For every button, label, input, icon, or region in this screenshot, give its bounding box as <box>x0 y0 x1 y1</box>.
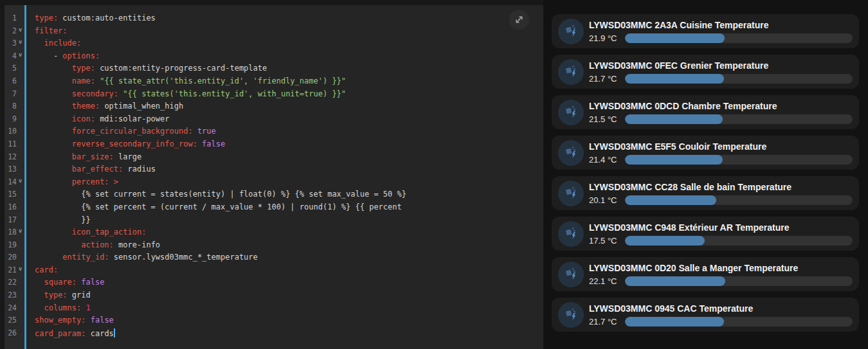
code-line[interactable]: {% set percent = (current / max_value * … <box>35 202 543 215</box>
code-token: name: <box>72 76 95 85</box>
card-icon-button[interactable] <box>558 59 584 85</box>
code-line[interactable]: secondary: "{{ states('this.entity_id', … <box>35 89 543 102</box>
editor-code-area[interactable]: type: custom:auto-entitiesfilter: includ… <box>26 5 543 349</box>
gutter-row: 11 <box>5 139 24 152</box>
progress-bar-fill <box>625 74 724 84</box>
code-line[interactable]: square: false <box>35 278 543 291</box>
card-icon-button[interactable] <box>558 262 584 287</box>
card-icon-button[interactable] <box>558 140 584 166</box>
solar-power-icon <box>564 308 578 322</box>
card-icon-button[interactable] <box>558 100 584 125</box>
code-token: bar_effect: <box>72 165 123 174</box>
entity-progress-card[interactable]: LYWSD03MMC E5F5 Couloir Temperature21.4 … <box>552 136 859 170</box>
entity-progress-card[interactable]: LYWSD03MMC 0945 CAC Temperature21.7 °C <box>552 298 859 332</box>
card-title: LYWSD03MMC 0D20 Salle a Manger Temperatu… <box>589 263 853 274</box>
code-line[interactable]: show_empty: false <box>35 316 543 328</box>
code-line[interactable]: card: <box>35 265 543 278</box>
entity-progress-card[interactable]: LYWSD03MMC CC28 Salle de bain Temperatur… <box>552 176 859 210</box>
gutter-row: 21v <box>5 265 24 278</box>
fold-arrow-icon[interactable]: v <box>17 265 24 278</box>
card-icon-button[interactable] <box>558 221 584 247</box>
solar-power-icon <box>564 65 578 79</box>
card-icon-button[interactable] <box>558 181 584 206</box>
code-token: type: <box>72 64 95 73</box>
gutter-row: 8 <box>5 102 24 114</box>
progress-bar-track <box>625 276 853 286</box>
fold-spacer <box>17 240 24 253</box>
code-line[interactable]: bar_effect: radius <box>35 165 543 177</box>
fold-spacer <box>17 316 24 328</box>
gutter-row: 19 <box>5 240 24 253</box>
code-token: custom:entity-progress-card-template <box>95 64 267 73</box>
fold-spacer <box>17 76 24 89</box>
expand-editor-button[interactable] <box>509 10 529 30</box>
fold-spacer <box>17 64 24 76</box>
code-token: entity_id: <box>62 253 109 262</box>
code-line[interactable]: icon_tap_action: <box>35 228 543 240</box>
code-token <box>35 240 81 249</box>
gutter-row: 26 <box>5 328 24 341</box>
code-line[interactable]: card_param: cards <box>35 328 543 341</box>
code-line[interactable]: type: custom:auto-entities <box>35 13 543 26</box>
entity-progress-card[interactable]: LYWSD03MMC 2A3A Cuisine Temperature21.9 … <box>552 14 859 48</box>
line-number: 18 <box>5 228 17 240</box>
code-line[interactable]: reverse_secondary_info_row: false <box>35 139 543 152</box>
code-line[interactable]: name: "{{ state_attr('this.entity_id', '… <box>35 76 543 89</box>
code-line[interactable]: - options: <box>35 51 543 64</box>
entity-progress-card[interactable]: LYWSD03MMC 0D20 Salle a Manger Temperatu… <box>552 257 859 291</box>
card-title: LYWSD03MMC 0FEC Grenier Temperature <box>589 60 853 71</box>
code-line[interactable]: force_circular_background: true <box>35 127 543 139</box>
gutter-row: 3v <box>5 39 24 51</box>
code-token: include: <box>44 39 81 48</box>
gutter-row: 6 <box>5 76 24 89</box>
gutter-row: 24 <box>5 303 24 316</box>
fold-spacer <box>17 13 24 26</box>
code-token: - <box>35 51 62 60</box>
code-line[interactable]: percent: > <box>35 177 543 190</box>
code-line[interactable]: entity_id: sensor.lywsd03mmc_*_temperatu… <box>35 253 543 265</box>
code-line[interactable]: icon: mdi:solar-power <box>35 114 543 127</box>
code-line[interactable]: type: custom:entity-progress-card-templa… <box>35 64 543 76</box>
fold-spacer <box>17 165 24 177</box>
code-token: type: <box>44 291 67 300</box>
fold-arrow-icon[interactable]: v <box>17 26 24 39</box>
code-line[interactable]: action: more-info <box>35 240 543 253</box>
entity-progress-card[interactable]: LYWSD03MMC 0DCD Chambre Temperature21.5 … <box>552 95 859 129</box>
code-token <box>35 39 44 48</box>
card-icon-button[interactable] <box>558 19 584 44</box>
fold-arrow-icon[interactable]: v <box>17 51 24 64</box>
code-line[interactable]: {% set current = states(entity) | float(… <box>35 190 543 202</box>
code-line[interactable]: type: grid <box>35 291 543 303</box>
code-editor[interactable]: 12v3v4v567891011121314v15161718v192021v2… <box>5 5 543 349</box>
line-number: 4 <box>5 51 17 64</box>
card-preview-panel: LYWSD03MMC 2A3A Cuisine Temperature21.9 … <box>543 0 868 349</box>
fold-spacer <box>17 114 24 127</box>
entity-progress-card[interactable]: LYWSD03MMC C948 Extérieur AR Temperature… <box>552 217 859 251</box>
fold-arrow-icon[interactable]: v <box>17 228 24 240</box>
line-number: 5 <box>5 64 17 76</box>
code-line[interactable]: }} <box>35 215 543 228</box>
code-token: icon: <box>72 114 95 123</box>
gutter-row: 18v <box>5 228 24 240</box>
card-title: LYWSD03MMC 0945 CAC Temperature <box>589 303 853 314</box>
fold-spacer <box>17 139 24 152</box>
fold-arrow-icon[interactable]: v <box>17 177 24 190</box>
code-line[interactable]: include: <box>35 39 543 51</box>
card-title: LYWSD03MMC 0DCD Chambre Temperature <box>589 101 853 112</box>
code-line[interactable]: filter: <box>35 26 543 39</box>
code-token: columns: <box>44 303 81 312</box>
line-number: 26 <box>5 328 17 341</box>
code-token: cards <box>86 329 113 338</box>
progress-bar-track <box>625 33 853 43</box>
code-line[interactable]: columns: 1 <box>35 303 543 316</box>
code-token <box>35 127 72 136</box>
gutter-row: 5 <box>5 64 24 76</box>
code-token: }} <box>35 215 91 224</box>
code-line[interactable]: theme: optimal_when_high <box>35 102 543 114</box>
code-line[interactable]: bar_size: large <box>35 152 543 165</box>
entity-progress-card[interactable]: LYWSD03MMC 0FEC Grenier Temperature21.7 … <box>552 55 859 89</box>
fold-arrow-icon[interactable]: v <box>17 39 24 51</box>
code-token: filter: <box>35 26 68 35</box>
code-token: false <box>91 316 114 325</box>
card-icon-button[interactable] <box>558 302 584 328</box>
